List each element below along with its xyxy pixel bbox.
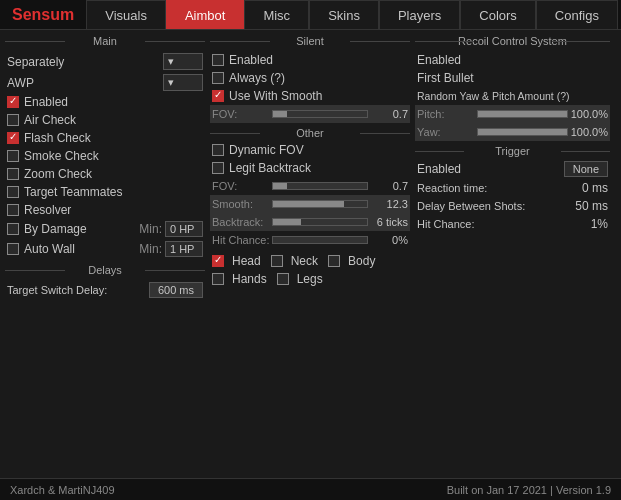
resolver-row[interactable]: Resolver (5, 201, 205, 219)
tab-visuals[interactable]: Visuals (86, 0, 166, 29)
fov-slider[interactable] (272, 110, 368, 118)
silent-enabled-row[interactable]: Enabled (210, 51, 410, 69)
hit-chance-slider[interactable] (272, 236, 368, 244)
use-smooth-row[interactable]: Use With Smooth (210, 87, 410, 105)
air-check-label: Air Check (24, 113, 76, 127)
flash-check-label: Flash Check (24, 131, 91, 145)
auto-wall-label: Auto Wall (24, 242, 139, 256)
body-check-item[interactable]: Body (328, 254, 375, 268)
fov-value: 0.7 (368, 108, 408, 120)
tab-configs[interactable]: Configs (536, 0, 618, 29)
reaction-time-value: 0 ms (582, 181, 608, 195)
separately-row: Separately ▾ (5, 51, 205, 72)
body-checkbox[interactable] (328, 255, 340, 267)
enabled-row[interactable]: Enabled (5, 93, 205, 111)
always-row[interactable]: Always (?) (210, 69, 410, 87)
by-damage-row: By Damage Min: 0 HP (5, 219, 205, 239)
pitch-value: 100.0% (568, 108, 608, 120)
head-checkbox[interactable] (212, 255, 224, 267)
backtrack-label: Backtrack: (212, 216, 272, 228)
by-damage-input[interactable]: 0 HP (165, 221, 203, 237)
smooth-slider[interactable] (272, 200, 368, 208)
target-switch-delay-row: Target Switch Delay: 600 ms (5, 280, 205, 300)
delays-section-title: Delays (5, 264, 205, 276)
fov2-slider[interactable] (272, 182, 368, 190)
recoil-section-title: Recoil Control System (415, 35, 610, 47)
trigger-enabled-label: Enabled (417, 162, 564, 176)
footer: Xardch & MartiNJ409 Built on Jan 17 2021… (0, 478, 621, 500)
reaction-time-label: Reaction time: (417, 182, 582, 194)
hands-label: Hands (232, 272, 267, 286)
always-checkbox[interactable] (212, 72, 224, 84)
silent-panel: Silent Enabled Always (?) Use With Smoot… (210, 35, 410, 473)
neck-check-item[interactable]: Neck (271, 254, 318, 268)
target-switch-delay-value[interactable]: 600 ms (149, 282, 203, 298)
tab-misc[interactable]: Misc (244, 0, 309, 29)
header: Sensum Visuals Aimbot Misc Skins Players… (0, 0, 621, 30)
use-smooth-checkbox[interactable] (212, 90, 224, 102)
separately-dropdown[interactable]: ▾ (163, 53, 203, 70)
use-smooth-label: Use With Smooth (229, 89, 322, 103)
by-damage-checkbox[interactable] (7, 223, 19, 235)
legs-check-item[interactable]: Legs (277, 272, 323, 286)
hands-check-item[interactable]: Hands (212, 272, 267, 286)
random-yaw-label: Random Yaw & Pitch Amount (?) (417, 90, 570, 102)
dynamic-fov-label: Dynamic FOV (229, 143, 304, 157)
pitch-slider[interactable] (477, 110, 568, 118)
hands-checkbox[interactable] (212, 273, 224, 285)
by-damage-label: By Damage (24, 222, 139, 236)
zoom-check-label: Zoom Check (24, 167, 92, 181)
legit-backtrack-checkbox[interactable] (212, 162, 224, 174)
body-label: Body (348, 254, 375, 268)
nav-tabs: Visuals Aimbot Misc Skins Players Colors… (86, 0, 618, 29)
hit-chance-slider-row: Hit Chance: 0% (210, 231, 410, 249)
flash-check-checkbox[interactable] (7, 132, 19, 144)
zoom-check-row[interactable]: Zoom Check (5, 165, 205, 183)
auto-wall-checkbox[interactable] (7, 243, 19, 255)
smoke-check-checkbox[interactable] (7, 150, 19, 162)
neck-label: Neck (291, 254, 318, 268)
target-teammates-row[interactable]: Target Teammates (5, 183, 205, 201)
legit-backtrack-label: Legit Backtrack (229, 161, 311, 175)
dynamic-fov-row[interactable]: Dynamic FOV (210, 141, 410, 159)
tab-players[interactable]: Players (379, 0, 460, 29)
recoil-enabled-label: Enabled (417, 53, 461, 67)
tab-aimbot[interactable]: Aimbot (166, 0, 244, 29)
enabled-checkbox[interactable] (7, 96, 19, 108)
air-check-checkbox[interactable] (7, 114, 19, 126)
tab-colors[interactable]: Colors (460, 0, 536, 29)
awp-dropdown[interactable]: ▾ (163, 74, 203, 91)
silent-section-title: Silent (210, 35, 410, 47)
always-label: Always (?) (229, 71, 285, 85)
content: Main Separately ▾ AWP ▾ Enabled Air Chec… (0, 30, 621, 478)
recoil-panel: Recoil Control System Enabled First Bull… (415, 35, 610, 473)
smooth-value: 12.3 (368, 198, 408, 210)
backtrack-slider[interactable] (272, 218, 368, 226)
neck-checkbox[interactable] (271, 255, 283, 267)
target-teammates-checkbox[interactable] (7, 186, 19, 198)
head-check-item[interactable]: Head (212, 254, 261, 268)
backtrack-value: 6 ticks (368, 216, 408, 228)
trigger-hit-chance-row: Hit Chance: 1% (415, 215, 610, 233)
tab-skins[interactable]: Skins (309, 0, 379, 29)
zoom-check-checkbox[interactable] (7, 168, 19, 180)
legit-backtrack-row[interactable]: Legit Backtrack (210, 159, 410, 177)
fov2-label: FOV: (212, 180, 272, 192)
silent-enabled-checkbox[interactable] (212, 54, 224, 66)
awp-row: AWP ▾ (5, 72, 205, 93)
legs-checkbox[interactable] (277, 273, 289, 285)
resolver-checkbox[interactable] (7, 204, 19, 216)
awp-label: AWP (7, 76, 163, 90)
fov2-slider-row: FOV: 0.7 (210, 177, 410, 195)
trigger-key-button[interactable]: None (564, 161, 608, 177)
yaw-slider[interactable] (477, 128, 568, 136)
silent-enabled-label: Enabled (229, 53, 273, 67)
fov2-value: 0.7 (368, 180, 408, 192)
auto-wall-input[interactable]: 1 HP (165, 241, 203, 257)
air-check-row[interactable]: Air Check (5, 111, 205, 129)
fov-label: FOV: (212, 108, 272, 120)
footer-left: Xardch & MartiNJ409 (10, 484, 115, 496)
smoke-check-row[interactable]: Smoke Check (5, 147, 205, 165)
flash-check-row[interactable]: Flash Check (5, 129, 205, 147)
dynamic-fov-checkbox[interactable] (212, 144, 224, 156)
